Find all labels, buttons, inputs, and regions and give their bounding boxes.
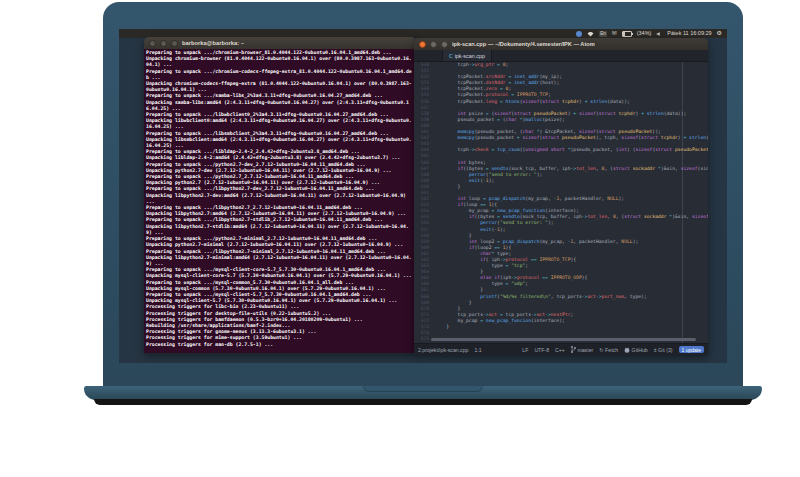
atom-minimize-button[interactable] bbox=[430, 41, 437, 48]
status-grammar[interactable]: C++ bbox=[555, 347, 565, 353]
wrap-guide bbox=[682, 62, 683, 343]
status-encoding[interactable]: UTF-8 bbox=[534, 347, 549, 353]
git-branch-icon bbox=[571, 346, 576, 353]
terminal-output: Preparing to unpack .../chromium-browser… bbox=[146, 50, 414, 348]
page: En ✉ (34%) Pátek 11 16:09:29 ⚙ bbox=[0, 0, 800, 477]
atom-close-button[interactable] bbox=[419, 41, 426, 48]
laptop-base bbox=[84, 386, 762, 400]
battery-percent: (34%) bbox=[637, 29, 652, 38]
mail-icon[interactable]: ✉ bbox=[612, 29, 617, 38]
cpp-file-icon: C bbox=[449, 53, 453, 59]
atom-maximize-button[interactable] bbox=[441, 41, 448, 48]
status-branch[interactable]: master bbox=[571, 346, 593, 353]
terminal-close-button[interactable] bbox=[149, 40, 156, 47]
status-git-changes[interactable]: ± Git (3) bbox=[654, 347, 673, 353]
volume-icon[interactable] bbox=[656, 31, 662, 37]
desktop: En ✉ (34%) Pátek 11 16:09:29 ⚙ bbox=[119, 29, 727, 363]
laptop-bottom-edge bbox=[94, 399, 752, 405]
atom-titlebar[interactable]: ipk-scan.cpp — ~/Dokumenty/4.semester/IP… bbox=[414, 38, 708, 50]
tab-ipk-scan-cpp[interactable]: C ipk-scan.cpp bbox=[442, 50, 492, 61]
atom-window: ipk-scan.cpp — ~/Dokumenty/4.semester/IP… bbox=[414, 38, 708, 355]
editor-pane[interactable]: 5305315325335345355365375385395405415425… bbox=[414, 62, 708, 343]
status-file-path[interactable]: 2.projekt/ipk-scan.cpp bbox=[418, 347, 468, 353]
laptop-screen-shell: En ✉ (34%) Pátek 11 16:09:29 ⚙ bbox=[103, 2, 743, 386]
terminal-maximize-button[interactable] bbox=[171, 40, 178, 47]
status-line-ending[interactable]: LF bbox=[522, 347, 528, 353]
session-gear-icon[interactable]: ⚙ bbox=[717, 29, 722, 38]
editor-gutter[interactable]: 5305315325335345355365375385395405415425… bbox=[414, 62, 432, 343]
terminal-title: barborka@barborka: ~ bbox=[182, 40, 244, 46]
github-icon bbox=[624, 347, 630, 353]
update-badge[interactable]: 1 update bbox=[679, 346, 704, 353]
terminal-titlebar[interactable]: barborka@barborka: ~ bbox=[144, 37, 416, 49]
fetch-icon: ↻ bbox=[599, 347, 603, 353]
status-github[interactable]: GitHub bbox=[624, 347, 648, 353]
battery-icon[interactable] bbox=[622, 31, 632, 37]
atom-window-title: ipk-scan.cpp — ~/Dokumenty/4.semester/IP… bbox=[452, 41, 595, 47]
tab-label: ipk-scan.cpp bbox=[455, 53, 485, 59]
terminal-body[interactable]: Preparing to unpack .../chromium-browser… bbox=[144, 49, 416, 353]
system-tray: En ✉ (34%) Pátek 11 16:09:29 ⚙ bbox=[576, 29, 722, 38]
status-fetch[interactable]: ↻ Fetch bbox=[599, 347, 618, 353]
atom-status-bar: 2.projekt/ipk-scan.cpp 1:1 LF UTF-8 C++ bbox=[414, 343, 708, 355]
app-indicator-icon[interactable] bbox=[576, 31, 582, 37]
terminal-minimize-button[interactable] bbox=[160, 40, 167, 47]
editor-code[interactable]: tcph->urg_ptr = 0; tcpPacket.srcAddr = i… bbox=[432, 62, 708, 343]
git-diff-icon: ± bbox=[654, 347, 657, 353]
wifi-icon[interactable] bbox=[587, 31, 594, 37]
panel-clock[interactable]: Pátek 11 16:09:29 bbox=[667, 29, 711, 38]
horizontal-scrollbar[interactable] bbox=[431, 338, 696, 341]
atom-tab-bar: C ipk-scan.cpp bbox=[414, 50, 708, 62]
status-cursor-position[interactable]: 1:1 bbox=[474, 347, 481, 353]
terminal-window: barborka@barborka: ~ Preparing to unpack… bbox=[144, 37, 416, 353]
keyboard-layout-indicator[interactable]: En bbox=[599, 31, 607, 37]
laptop-lid-notch bbox=[363, 386, 483, 392]
